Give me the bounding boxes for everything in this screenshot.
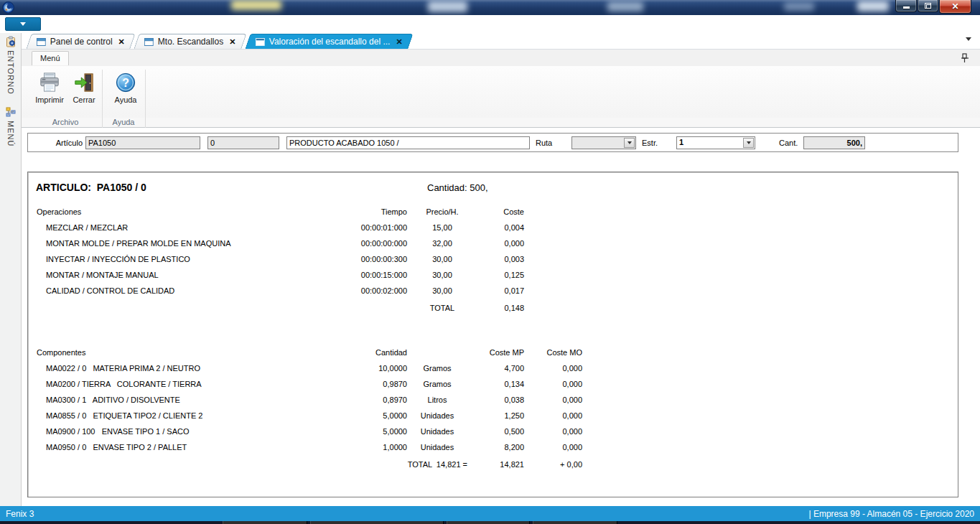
window-icon xyxy=(37,38,46,46)
articulo-code-field[interactable]: PA1050 xyxy=(85,136,200,149)
ribbon: Menú Imprimir xyxy=(22,49,980,128)
operation-row: INYECTAR / INYECCIÓN DE PLASTICO 00:00:0… xyxy=(29,251,583,267)
group-caption-ayuda: Ayuda xyxy=(102,118,145,126)
ayuda-button[interactable]: ? Ayuda xyxy=(109,69,142,115)
total-mp-value: 14,821 xyxy=(477,460,524,469)
total-label: TOTAL xyxy=(407,304,477,312)
printer-icon xyxy=(39,72,60,93)
side-panel-strip: ENTORNO MENÚ xyxy=(0,33,22,506)
maximize-icon xyxy=(925,3,931,9)
pin-icon[interactable] xyxy=(961,53,969,63)
component-row: MA0200 / TIERRA COLORANTE / TIERRA 0,987… xyxy=(29,376,583,392)
statusbar-context: | Empresa 99 - Almacén 05 - Ejercicio 20… xyxy=(808,509,974,519)
document-tabs-row: Panel de control ✕ Mto. Escandallos ✕ Va… xyxy=(22,33,980,49)
blurred-titlebar-item xyxy=(784,2,814,11)
total-value: 0,148 xyxy=(477,304,524,312)
column-header: Precio/H. xyxy=(407,207,477,216)
operaciones-rows: MEZCLAR / MEZCLAR 00:00:01:000 15,00 0,0… xyxy=(29,220,583,299)
articulo-desc-field[interactable]: PRODUCTO ACABADO 1050 / xyxy=(286,136,530,149)
operation-row: MEZCLAR / MEZCLAR 00:00:01:000 15,00 0,0… xyxy=(29,220,583,235)
blurred-titlebar-item xyxy=(857,1,889,11)
componentes-header-row: Componentes Cantidad Coste MP Coste MO xyxy=(29,345,583,360)
operaciones-table: Operaciones Tiempo Precio/H. Coste MEZCL… xyxy=(29,204,583,317)
minimize-icon xyxy=(903,6,910,9)
blurred-titlebar-item xyxy=(428,1,467,12)
column-header: Tiempo xyxy=(316,207,407,216)
window-icon xyxy=(255,38,264,46)
column-header: Coste MO xyxy=(524,348,582,357)
window-icon xyxy=(144,38,154,46)
group-caption-archivo: Archivo xyxy=(29,118,102,126)
column-header: Cantidad xyxy=(316,348,407,357)
quick-access-menu-button[interactable] xyxy=(5,17,41,31)
org-chart-icon xyxy=(5,106,17,118)
taskbar-sliver xyxy=(0,521,980,524)
application-window: ✕ ENTORNO xyxy=(0,0,980,524)
total-label: TOTAL 14,821 = xyxy=(316,460,477,469)
ribbon-group-captions: Archivo Ayuda xyxy=(22,118,980,128)
articulo-version-field[interactable]: 0 xyxy=(207,136,279,149)
tab-close-icon[interactable]: ✕ xyxy=(228,37,235,47)
operation-row: MONTAR MOLDE / PREPAR MOLDE EN MAQUINA 0… xyxy=(29,235,583,251)
tab-valoracion-escandallo[interactable]: Valoración del escandallo del ... ✕ xyxy=(245,34,413,49)
clipboard-gear-icon xyxy=(5,36,17,47)
estr-label: Estr. xyxy=(642,139,658,147)
tab-overflow-button[interactable] xyxy=(966,37,971,41)
ribbon-body: Imprimir Cerrar xyxy=(22,66,980,118)
titlebar: ✕ xyxy=(0,0,980,15)
sidebar-item-label: MENÚ xyxy=(6,121,15,146)
ruta-label: Ruta xyxy=(536,139,552,147)
dropdown-button[interactable] xyxy=(743,138,754,148)
operation-row: CALIDAD / CONTROL DE CALIDAD 00:00:02:00… xyxy=(29,283,583,299)
operaciones-total-row: TOTAL 0,148 xyxy=(29,299,583,317)
statusbar-app-name: Fenix 3 xyxy=(6,509,34,519)
operaciones-header-row: Operaciones Tiempo Precio/H. Coste xyxy=(29,204,583,220)
chevron-down-icon xyxy=(966,37,971,41)
close-button[interactable]: ✕ xyxy=(939,0,971,14)
fenix-logo-icon xyxy=(2,1,14,14)
cant-field[interactable]: 500, xyxy=(803,136,865,149)
valuation-report: ARTICULO: PA1050 / 0 Cantidad: 500, Oper… xyxy=(27,172,958,497)
imprimir-button[interactable]: Imprimir xyxy=(33,69,66,115)
sidebar-item-entorno[interactable]: ENTORNO xyxy=(0,36,21,95)
componentes-rows: MA0022 / 0 MATERIA PRIMA 2 / NEUTRO 10,0… xyxy=(29,360,583,455)
estr-combobox[interactable]: 1 xyxy=(676,136,755,149)
componentes-total-row: TOTAL 14,821 = 14,821 + 0,00 xyxy=(29,455,583,474)
article-filter-bar: Artículo PA1050 0 PRODUCTO ACABADO 1050 … xyxy=(27,133,958,152)
help-icon: ? xyxy=(115,72,136,93)
report-title: ARTICULO: PA1050 / 0 xyxy=(36,182,146,193)
ruta-combobox[interactable] xyxy=(571,136,636,149)
maximize-button[interactable] xyxy=(918,0,938,12)
close-icon: ✕ xyxy=(951,2,958,11)
component-row: MA0855 / 0 ETIQUETA TIPO2 / CLIENTE 2 5,… xyxy=(29,408,583,424)
report-cantidad: Cantidad: 500, xyxy=(427,182,488,193)
sidebar-item-label: ENTORNO xyxy=(6,50,15,95)
ribbon-tab-menu[interactable]: Menú xyxy=(32,51,69,65)
blurred-titlebar-item xyxy=(231,0,281,10)
section-label: Operaciones xyxy=(29,207,316,216)
cerrar-button[interactable]: Cerrar xyxy=(67,69,101,115)
chevron-down-icon xyxy=(627,141,632,144)
chevron-down-icon xyxy=(747,141,751,144)
total-mo-value: + 0,00 xyxy=(524,460,582,469)
component-row: MA0300 / 1 ADITIVO / DISOLVENTE 0,8970 L… xyxy=(29,392,583,408)
column-header: Coste xyxy=(477,207,524,216)
tab-close-icon[interactable]: ✕ xyxy=(117,37,125,47)
window-controls: ✕ xyxy=(895,0,971,14)
componentes-table: Componentes Cantidad Coste MP Coste MO M… xyxy=(29,345,583,474)
tab-panel-de-control[interactable]: Panel de control ✕ xyxy=(26,34,135,49)
workspace: Artículo PA1050 0 PRODUCTO ACABADO 1050 … xyxy=(22,128,980,506)
ribbon-tab-strip: Menú xyxy=(22,50,980,66)
exit-door-icon xyxy=(73,72,95,93)
articulo-label: Artículo xyxy=(28,139,83,147)
tab-close-icon[interactable]: ✕ xyxy=(394,37,402,47)
component-row: MA0950 / 0 ENVASE TIPO 2 / PALLET 1,0000… xyxy=(29,439,583,455)
quick-access-row xyxy=(0,15,980,33)
dropdown-button[interactable] xyxy=(624,138,635,148)
svg-text:?: ? xyxy=(122,77,129,89)
tab-mto-escandallos[interactable]: Mto. Escandallos ✕ xyxy=(134,34,246,49)
blurred-titlebar-item xyxy=(607,1,643,11)
section-label: Componentes xyxy=(29,348,316,357)
sidebar-item-menu[interactable]: MENÚ xyxy=(0,106,21,146)
minimize-button[interactable] xyxy=(895,0,917,12)
